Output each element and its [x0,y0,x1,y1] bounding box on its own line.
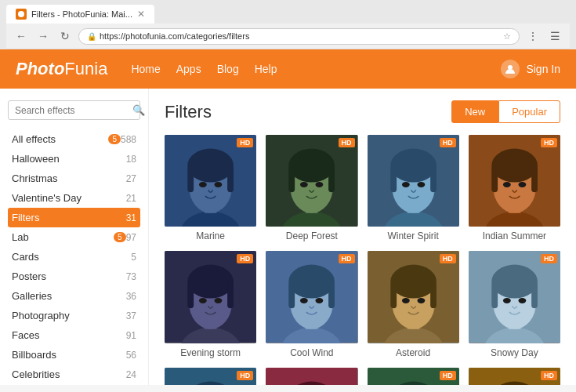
extensions-icon[interactable]: ⋮ [524,27,542,45]
sidebar-label: Faces [12,329,126,341]
bookmark-icon[interactable]: ☆ [503,31,511,42]
header-right: Sign In [501,60,560,78]
count-label: 18 [126,154,136,165]
sidebar-label: Cards [12,251,131,263]
sidebar-item-all-effects[interactable]: All effects5588 [8,129,140,149]
effect-card[interactable]: HDIndian Summer [469,135,560,241]
sign-in-link[interactable]: Sign In [526,63,560,75]
sidebar-label: Billboards [12,349,126,361]
new-button[interactable]: New [451,100,498,123]
svg-rect-52 [289,281,295,308]
sidebar-item-billboards[interactable]: Billboards56 [8,345,140,365]
browser-chrome: Filters - PhotoFunia: Mai... ✕ ← → ↻ 🔒 h… [0,0,576,49]
count-label: 56 [126,350,136,361]
svg-point-72 [503,298,511,303]
hd-badge: HD [339,254,355,263]
sidebar-label: Posters [12,270,126,282]
count-label: 21 [126,193,136,204]
sidebar-item-halloween[interactable]: Halloween18 [8,149,140,169]
effect-card[interactable]: HDMarine [165,135,256,241]
sidebar-item-lab[interactable]: Lab597 [8,227,140,247]
svg-point-19 [316,182,324,187]
count-label: 588 [121,134,136,145]
effect-card[interactable]: HDCool Wind [266,251,357,358]
svg-point-51 [289,265,335,299]
hd-badge: HD [440,138,456,147]
effect-card[interactable]: HDEvening storm [165,251,256,358]
effect-card[interactable]: HDWinter Spirit [368,135,459,241]
effect-image: HD [368,368,459,386]
svg-point-28 [417,182,425,187]
back-button[interactable]: ← [13,27,30,45]
effect-image: HD [368,251,459,343]
svg-point-69 [491,265,538,299]
forward-button[interactable]: → [34,27,52,45]
user-avatar-icon [501,60,520,78]
popular-button[interactable]: Popular [498,100,560,123]
svg-rect-71 [531,281,538,308]
sidebar-item-faces[interactable]: Faces91 [8,325,140,345]
effect-image [266,368,357,386]
svg-point-15 [289,149,335,183]
sidebar: 🔍 All effects5588Halloween18Christmas27V… [0,89,149,385]
browser-tab[interactable]: Filters - PhotoFunia: Mai... ✕ [6,5,154,24]
effect-image: HD [469,368,560,386]
effect-name: Snowy Day [469,347,560,358]
count-label: 24 [126,369,136,380]
tab-title: Filters - PhotoFunia: Mai... [31,9,132,19]
search-input[interactable] [15,105,132,116]
content-area: 🔍 All effects5588Halloween18Christmas27V… [0,89,576,385]
site-wrapper: PhotoFunia Home Apps Blog Help Sign In 🔍… [0,49,576,385]
effect-card[interactable]: HDSnowy Day [469,251,560,358]
effect-name: Marine [165,230,256,241]
svg-point-24 [390,149,437,183]
search-box[interactable]: 🔍 [8,100,140,120]
menu-icon[interactable]: ☰ [546,27,563,45]
nav-help[interactable]: Help [255,63,277,75]
nav-blog[interactable]: Blog [217,63,239,75]
svg-rect-7 [187,165,194,192]
sidebar-label: Galleries [12,290,126,302]
address-bar[interactable]: 🔒 https://photofunia.com/categories/filt… [78,28,520,45]
new-badge: 5 [108,134,121,144]
tab-close-button[interactable]: ✕ [137,9,145,20]
svg-rect-34 [491,165,498,192]
svg-point-64 [417,298,425,303]
effect-image: HD [266,135,357,227]
effect-image: HD [165,368,256,386]
effect-card[interactable]: HD [469,368,560,386]
effect-name: Deep Forest [266,230,357,241]
effect-card[interactable] [266,368,357,386]
tab-favicon [16,9,27,20]
sidebar-item-frames[interactable]: Frames42 [8,384,140,385]
svg-point-45 [199,298,207,303]
sidebar-item-filters[interactable]: Filters31 [8,208,140,227]
count-label: 97 [126,232,136,243]
hd-badge: HD [237,371,253,380]
svg-point-9 [199,182,207,187]
sidebar-item-posters[interactable]: Posters73 [8,267,140,286]
sidebar-item-cards[interactable]: Cards5 [8,247,140,267]
nav-apps[interactable]: Apps [176,63,201,75]
svg-rect-26 [430,165,437,192]
sidebar-item-valentine-s-day[interactable]: Valentine's Day21 [8,188,140,208]
main-nav: Home Apps Blog Help [131,63,501,75]
effect-card[interactable]: HDDeep Forest [266,135,357,241]
sidebar-item-photography[interactable]: Photography37 [8,306,140,325]
sidebar-label: Valentine's Day [12,192,126,204]
effect-card[interactable]: HDAsteroid [368,251,459,358]
svg-point-6 [187,149,234,183]
nav-home[interactable]: Home [131,63,160,75]
sidebar-item-christmas[interactable]: Christmas27 [8,169,140,188]
sidebar-item-galleries[interactable]: Galleries36 [8,286,140,306]
reload-button[interactable]: ↻ [56,27,74,45]
svg-point-63 [401,298,409,303]
effect-card[interactable]: HD [165,368,256,386]
sidebar-item-celebrities[interactable]: Celebrities24 [8,365,140,384]
url-text: https://photofunia.com/categories/filter… [100,31,500,41]
svg-point-42 [187,265,234,299]
svg-point-27 [401,182,409,187]
site-logo[interactable]: PhotoFunia [16,59,107,79]
filter-buttons: New Popular [451,100,560,123]
effect-card[interactable]: HD [368,368,459,386]
